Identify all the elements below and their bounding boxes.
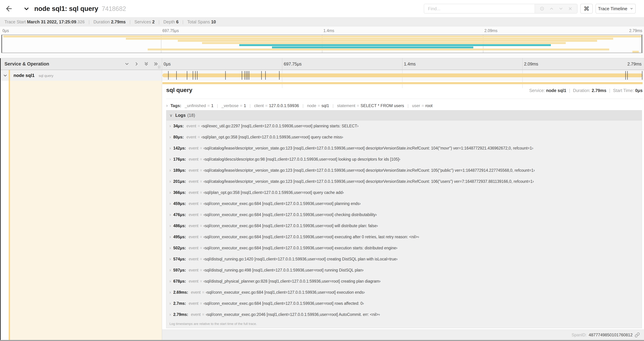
link-icon[interactable] (635, 332, 640, 337)
tag-value: 127.0.0.1:59936 (269, 103, 299, 108)
column-resizer-grip[interactable] (158, 66, 161, 69)
page-title: node sql1: sql query7418682 (34, 0, 126, 17)
timeline-tick-line (522, 58, 523, 70)
back-button[interactable] (5, 5, 13, 13)
log-entry-row[interactable]: ›2.7ms:event=‹sql/conn_executor_exec.go:… (166, 298, 642, 309)
summary-separator: | (88, 20, 90, 24)
log-timestamp: 678μs: (173, 279, 186, 283)
log-timestamp: 201μs: (173, 179, 186, 184)
clear-find-icon[interactable] (568, 7, 572, 11)
summary-separator: | (182, 20, 184, 24)
trace-collapse-toggle[interactable] (23, 6, 30, 12)
prev-result-icon[interactable] (549, 6, 554, 11)
trace-name: node sql1: sql query (34, 5, 98, 12)
log-entry-row[interactable]: ›459μs:event=‹sql/conn_executor_exec.go:… (166, 198, 642, 209)
log-marker (625, 71, 626, 80)
left-edge-bar (0, 58, 1, 340)
tag-equals: = (422, 103, 424, 108)
log-entry-row[interactable]: ›34μs:event=‹sql/exec_util.go:2297 [nsql… (166, 120, 642, 132)
view-mode-select[interactable]: Trace Timeline (596, 4, 636, 14)
log-entry-row[interactable]: ›574μs:event=‹sql/distsql_running.go:142… (166, 253, 642, 265)
span-row[interactable]: node sql1sql query (0, 70, 644, 81)
log-entry-row[interactable]: ›486μs:event=‹sql/conn_executor_exec.go:… (166, 220, 642, 231)
column-divider[interactable] (162, 58, 162, 340)
log-field-key: event (189, 212, 198, 217)
next-result-icon[interactable] (558, 6, 563, 11)
log-timestamp: 2.79ms: (173, 312, 188, 317)
log-field-value: ‹sql/catalog/lease/descriptor_version_st… (204, 168, 535, 173)
summary-value: 2.79ms (111, 20, 126, 24)
minimap-canvas[interactable] (2, 35, 642, 53)
find-box (424, 4, 578, 14)
log-marker (249, 71, 249, 80)
log-entry-row[interactable]: ›597μs:event=‹sql/distsql_running.go:498… (166, 265, 642, 276)
log-entry-row[interactable]: ›80μs:event=‹sql/plan_opt.go:358 [nsql1,… (166, 132, 642, 143)
log-field-value: ‹sql/catalog/descs/descriptor.go:98 [nsq… (204, 157, 400, 161)
log-entry-row[interactable]: ›502μs:event=‹sql/conn_executor_exec.go:… (166, 242, 642, 253)
log-equals: = (200, 179, 202, 184)
log-entry-row[interactable]: ›2.79ms:event=‹sql/conn_executor_exec.go… (166, 309, 642, 320)
detail-gutter (0, 81, 9, 340)
log-field-value: ‹sql/distsql_running.go:1420 [nsql1,clie… (204, 257, 398, 261)
tag-separator: | (302, 103, 304, 108)
expand-one-icon[interactable] (134, 61, 139, 67)
log-entry-row[interactable]: ›678μs:event=‹sql/distsql_physical_plann… (166, 276, 642, 287)
log-field-key: event (186, 124, 196, 128)
tag-separator: | (408, 103, 408, 108)
summary-value: 6 (176, 20, 178, 24)
tag-equals: = (356, 103, 359, 108)
span-position-strip (162, 82, 642, 84)
find-input[interactable] (424, 4, 534, 13)
tags-title: Tags: (170, 103, 181, 108)
log-entry-row[interactable]: ›142μs:event=‹sql/catalog/lease/descript… (166, 143, 642, 154)
log-field-key: event (189, 257, 198, 261)
span-collapse-toggle[interactable] (3, 73, 8, 78)
log-entry-row[interactable]: ›495μs:event=‹sql/conn_executor_exec.go:… (166, 231, 642, 242)
service-operation-header: Service & Operation (4, 58, 49, 70)
log-entry-row[interactable]: ›189μs:event=‹sql/catalog/lease/descript… (166, 165, 642, 176)
log-field-key: event (189, 268, 198, 272)
log-field-value: ‹sql/plan_opt.go:358 [nsql1,client=127.0… (201, 135, 343, 139)
tag-equals: = (208, 103, 210, 108)
log-entry-row[interactable]: ›2.69ms:event=‹sql/conn_executor_exec.go… (166, 287, 642, 298)
log-field-key: event (191, 290, 201, 294)
tag-key: client (254, 103, 264, 108)
tag-value: SELECT * FROM users (360, 103, 404, 108)
span-row-label-cell[interactable]: node sql1sql query (0, 70, 162, 81)
log-field-key: event (186, 135, 196, 139)
find-controls (534, 4, 577, 13)
log-field-value: ‹sql/plan_opt.go:358 [nsql1,client=127.0… (204, 190, 344, 195)
log-timestamp: 34μs: (173, 124, 184, 128)
span-service-name: node sql1sql query (14, 70, 54, 81)
expand-all-icon[interactable] (154, 61, 158, 67)
collapse-one-icon[interactable] (124, 61, 130, 67)
log-field-key: event (189, 146, 198, 150)
trace-timeline-page: node sql1: sql query7418682 ⌘ Trace Time… (0, 0, 644, 341)
log-field-key: event (189, 246, 198, 250)
detail-header: sql query Service: node sql1|Duration: 2… (166, 87, 642, 97)
log-entry-row[interactable]: ›201μs:event=‹sql/catalog/lease/descript… (166, 176, 642, 187)
chevron-right-icon: › (170, 301, 171, 306)
log-marker (279, 71, 280, 80)
chevron-right-icon: › (170, 124, 171, 128)
collapse-all-icon[interactable] (144, 61, 149, 67)
meta-separator: | (609, 88, 610, 93)
minimap-left-scrubber[interactable] (2, 35, 2, 53)
logs-header[interactable]: ∨Logs(18) (166, 110, 642, 120)
log-timestamp: 597μs: (173, 268, 186, 272)
tag-value: 1 (211, 103, 214, 108)
logs-section: ∨Logs(18) ›34μs:event=‹sql/exec_util.go:… (166, 110, 642, 328)
log-entry-row[interactable]: ›366μs:event=‹sql/plan_opt.go:358 [nsql1… (166, 187, 642, 198)
log-entry-row[interactable]: ›176μs:event=‹sql/catalog/descs/descript… (166, 154, 642, 165)
minimap-right-scrubber[interactable] (642, 35, 642, 53)
chevron-down-icon (3, 73, 8, 78)
tag-value: root (425, 103, 432, 108)
log-entry-row[interactable]: ›476μs:event=‹sql/conn_executor_exec.go:… (166, 209, 642, 220)
minimap-span-bar (3, 36, 641, 38)
keyboard-shortcuts-button[interactable]: ⌘ (580, 4, 593, 14)
focus-target-icon[interactable] (540, 6, 544, 11)
log-timestamp: 574μs: (173, 257, 186, 261)
chevron-right-icon: › (170, 257, 171, 261)
tags-row[interactable]: ›Tags:_unfinished=1|_verbose=1|client=12… (166, 101, 642, 110)
log-marker (168, 71, 168, 80)
